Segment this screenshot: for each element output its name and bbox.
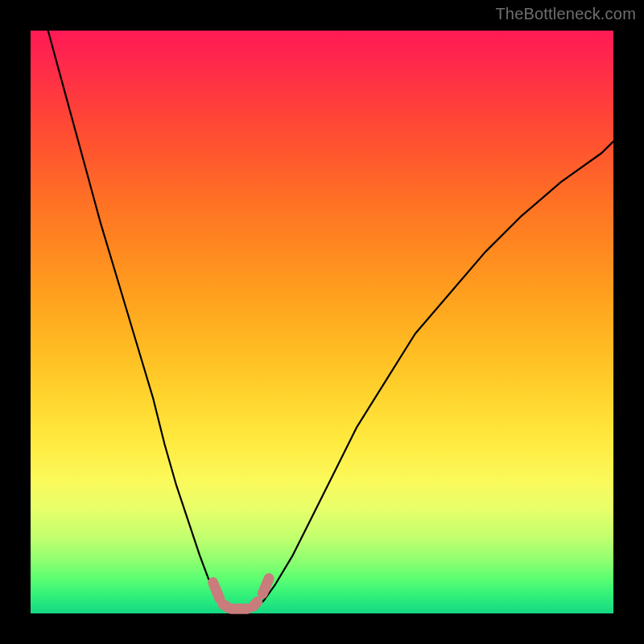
bottleneck-curve bbox=[48, 31, 613, 610]
chart-plot-area bbox=[31, 31, 613, 613]
valley-marker-4 bbox=[262, 579, 269, 594]
chart-frame: TheBottleneck.com bbox=[0, 0, 644, 644]
valley-marker-3 bbox=[254, 602, 258, 607]
chart-svg bbox=[31, 31, 613, 613]
marker-layer bbox=[213, 579, 270, 609]
watermark-text: TheBottleneck.com bbox=[495, 5, 636, 23]
curve-layer bbox=[48, 31, 613, 610]
valley-marker-0 bbox=[213, 583, 220, 599]
